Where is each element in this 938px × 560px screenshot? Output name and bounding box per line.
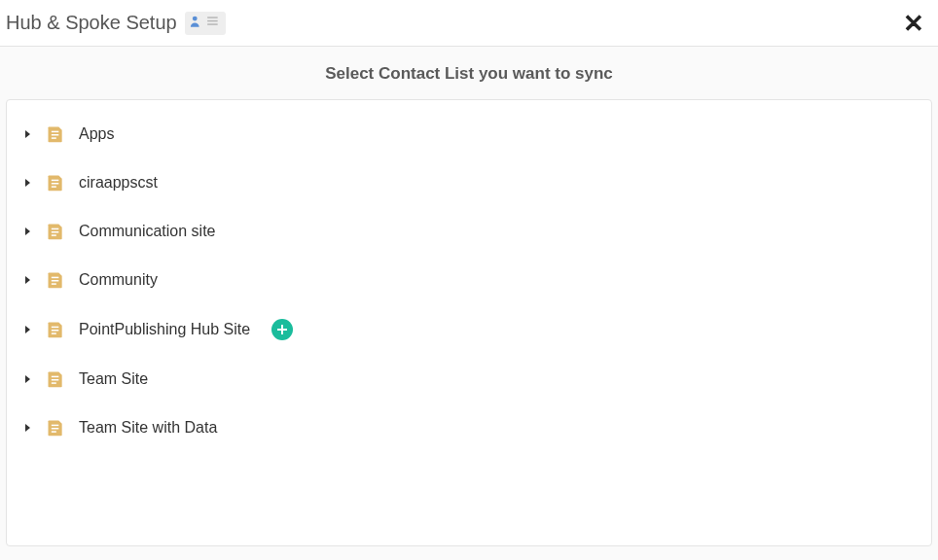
note-folder-icon [46, 173, 65, 192]
svg-rect-26 [52, 431, 56, 433]
caret-right-icon[interactable] [24, 227, 32, 236]
caret-right-icon[interactable] [24, 374, 32, 384]
caret-right-icon[interactable] [24, 423, 32, 433]
note-folder-icon [46, 270, 65, 290]
tree-row[interactable]: Apps [7, 110, 931, 158]
svg-rect-23 [52, 382, 56, 384]
svg-rect-14 [52, 280, 59, 282]
svg-rect-3 [207, 23, 218, 24]
note-folder-icon [46, 320, 65, 339]
tree-row[interactable]: Communication site [7, 207, 931, 256]
tree-item-label: Communication site [79, 223, 216, 240]
tree-row[interactable]: Team Site [7, 355, 931, 403]
svg-rect-4 [52, 131, 59, 133]
svg-rect-9 [52, 186, 56, 188]
close-icon: ✕ [903, 9, 924, 38]
header-left: Hub & Spoke Setup [6, 12, 226, 35]
dialog-title: Hub & Spoke Setup [6, 12, 177, 34]
caret-right-icon[interactable] [24, 325, 32, 334]
note-folder-icon [46, 124, 65, 144]
tree-item-label: ciraappscst [79, 174, 158, 192]
svg-rect-10 [52, 228, 59, 230]
caret-right-icon[interactable] [24, 275, 32, 285]
svg-rect-2 [207, 19, 218, 20]
contact-list-badge [185, 12, 226, 35]
note-folder-icon [46, 418, 65, 438]
tree-item-label: PointPublishing Hub Site [79, 321, 250, 338]
svg-rect-17 [52, 330, 59, 332]
svg-rect-5 [52, 134, 59, 136]
tree-item-label: Team Site with Data [79, 419, 217, 437]
svg-rect-1 [207, 17, 218, 18]
svg-rect-16 [52, 327, 59, 329]
close-button[interactable]: ✕ [899, 11, 928, 36]
svg-rect-11 [52, 231, 59, 233]
svg-rect-24 [52, 425, 59, 427]
add-button[interactable] [271, 319, 293, 340]
svg-rect-7 [52, 180, 59, 182]
svg-point-0 [192, 16, 197, 20]
note-folder-icon [46, 222, 65, 241]
svg-rect-25 [52, 428, 59, 430]
tree-row[interactable]: PointPublishing Hub Site [7, 304, 931, 355]
svg-rect-8 [52, 183, 59, 185]
svg-rect-12 [52, 234, 56, 236]
tree-row[interactable]: Community [7, 256, 931, 304]
svg-rect-20 [277, 329, 287, 331]
contact-list-tree: AppsciraappscstCommunication siteCommuni… [6, 99, 932, 546]
svg-rect-13 [52, 277, 59, 279]
tree-row[interactable]: ciraappscst [7, 158, 931, 207]
tree-item-label: Team Site [79, 370, 148, 388]
note-folder-icon [46, 369, 65, 389]
svg-rect-6 [52, 137, 56, 139]
svg-rect-18 [52, 332, 56, 334]
caret-right-icon[interactable] [24, 129, 32, 139]
dialog-header: Hub & Spoke Setup ✕ [0, 0, 938, 47]
dialog-subtitle: Select Contact List you want to sync [0, 47, 938, 99]
tree-row[interactable]: Team Site with Data [7, 403, 931, 452]
person-icon [190, 15, 203, 32]
caret-right-icon[interactable] [24, 178, 32, 188]
list-icon [205, 15, 221, 32]
svg-rect-21 [52, 376, 59, 378]
svg-rect-15 [52, 283, 56, 285]
svg-rect-22 [52, 379, 59, 381]
tree-item-label: Apps [79, 125, 114, 143]
tree-item-label: Community [79, 271, 158, 289]
